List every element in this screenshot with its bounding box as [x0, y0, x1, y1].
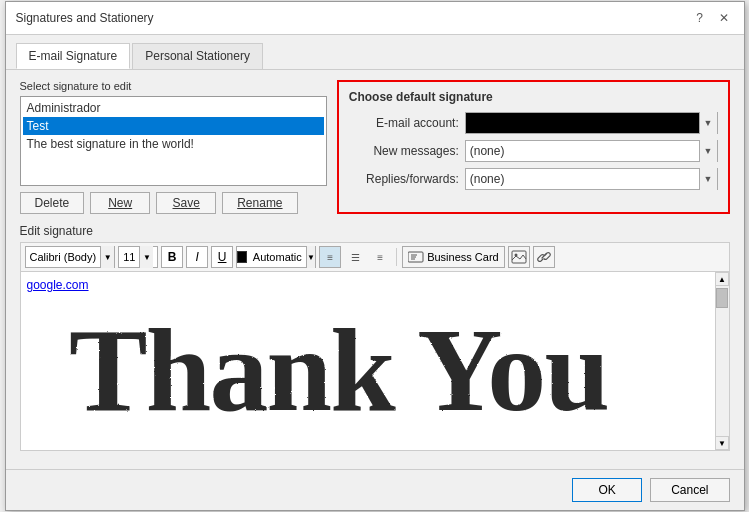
scroll-up-arrow[interactable]: ▲: [715, 272, 729, 286]
color-swatch: [237, 251, 247, 263]
insert-hyperlink-button[interactable]: [533, 246, 555, 268]
replies-label: Replies/forwards:: [349, 172, 459, 186]
email-account-row: E-mail account: ▼: [349, 112, 718, 134]
title-bar: Signatures and Stationery ? ✕: [6, 2, 744, 35]
replies-value: (none): [466, 172, 699, 186]
email-account-select[interactable]: ▼: [465, 112, 718, 134]
business-card-icon: [408, 251, 424, 263]
signature-editor[interactable]: google.com Thank You: [21, 272, 715, 450]
bold-button[interactable]: B: [161, 246, 183, 268]
sig-item-test[interactable]: Test: [23, 117, 324, 135]
hyperlink-icon: [536, 250, 552, 264]
toolbar-separator: [396, 248, 397, 266]
font-size-arrow[interactable]: ▼: [139, 246, 153, 268]
rename-button[interactable]: Rename: [222, 192, 297, 214]
dialog-body: Select signature to edit Administrador T…: [6, 70, 744, 469]
signature-listbox[interactable]: Administrador Test The best signature in…: [20, 96, 327, 186]
align-left-button[interactable]: ≡: [319, 246, 341, 268]
title-bar-controls: ? ✕: [690, 8, 734, 28]
signatures-dialog: Signatures and Stationery ? ✕ E-mail Sig…: [5, 1, 745, 511]
new-messages-select[interactable]: (none) ▼: [465, 140, 718, 162]
scroll-down-arrow[interactable]: ▼: [715, 436, 729, 450]
new-messages-dropdown-arrow[interactable]: ▼: [699, 140, 717, 162]
replies-select[interactable]: (none) ▼: [465, 168, 718, 190]
insert-image-button[interactable]: [508, 246, 530, 268]
tab-bar: E-mail Signature Personal Stationery: [6, 35, 744, 70]
ok-button[interactable]: OK: [572, 478, 642, 502]
close-button[interactable]: ✕: [714, 8, 734, 28]
sig-action-buttons: Delete New Save Rename: [20, 192, 327, 214]
new-messages-value: (none): [466, 144, 699, 158]
tab-personal-stationery[interactable]: Personal Stationery: [132, 43, 263, 69]
align-right-button[interactable]: ≡: [369, 246, 391, 268]
sig-link[interactable]: google.com: [27, 278, 89, 292]
save-button[interactable]: Save: [156, 192, 216, 214]
business-card-button[interactable]: Business Card: [402, 246, 505, 268]
help-button[interactable]: ?: [690, 8, 710, 28]
font-family-arrow[interactable]: ▼: [100, 246, 114, 268]
signature-editor-container: google.com Thank You: [20, 271, 730, 451]
sig-item-admin[interactable]: Administrador: [23, 99, 324, 117]
italic-button[interactable]: I: [186, 246, 208, 268]
thank-you-image: Thank You: [27, 292, 709, 437]
dialog-footer: OK Cancel: [6, 469, 744, 510]
signature-select-panel: Select signature to edit Administrador T…: [20, 80, 327, 214]
email-account-label: E-mail account:: [349, 116, 459, 130]
sig-item-best[interactable]: The best signature in the world!: [23, 135, 324, 153]
scroll-thumb[interactable]: [716, 288, 728, 308]
default-sig-title: Choose default signature: [349, 90, 718, 104]
color-arrow[interactable]: ▼: [306, 246, 315, 268]
insert-image-icon: [511, 250, 527, 264]
align-center-button[interactable]: ☰: [344, 246, 366, 268]
delete-button[interactable]: Delete: [20, 192, 85, 214]
font-size-select[interactable]: 11 ▼: [118, 246, 158, 268]
editor-scrollbar[interactable]: ▲ ▼: [715, 272, 729, 450]
sig-select-label: Select signature to edit: [20, 80, 327, 92]
cancel-button[interactable]: Cancel: [650, 478, 729, 502]
replies-dropdown-arrow[interactable]: ▼: [699, 168, 717, 190]
default-signature-panel: Choose default signature E-mail account:…: [337, 80, 730, 214]
edit-signature-section: Edit signature Calibri (Body) ▼ 11 ▼ B I…: [20, 224, 730, 451]
top-section: Select signature to edit Administrador T…: [20, 80, 730, 214]
font-family-select[interactable]: Calibri (Body) ▼: [25, 246, 116, 268]
new-messages-row: New messages: (none) ▼: [349, 140, 718, 162]
tab-email-signature[interactable]: E-mail Signature: [16, 43, 131, 69]
new-button[interactable]: New: [90, 192, 150, 214]
dialog-title: Signatures and Stationery: [16, 11, 154, 25]
edit-sig-label: Edit signature: [20, 224, 730, 238]
replies-row: Replies/forwards: (none) ▼: [349, 168, 718, 190]
thank-you-svg: Thank You: [38, 292, 698, 437]
formatting-toolbar: Calibri (Body) ▼ 11 ▼ B I U Automatic ▼: [20, 242, 730, 271]
email-account-dropdown-arrow[interactable]: ▼: [699, 112, 717, 134]
new-messages-label: New messages:: [349, 144, 459, 158]
color-dropdown[interactable]: Automatic ▼: [236, 246, 316, 268]
svg-text:Thank You: Thank You: [68, 305, 607, 435]
underline-button[interactable]: U: [211, 246, 233, 268]
scroll-track[interactable]: [716, 286, 728, 436]
